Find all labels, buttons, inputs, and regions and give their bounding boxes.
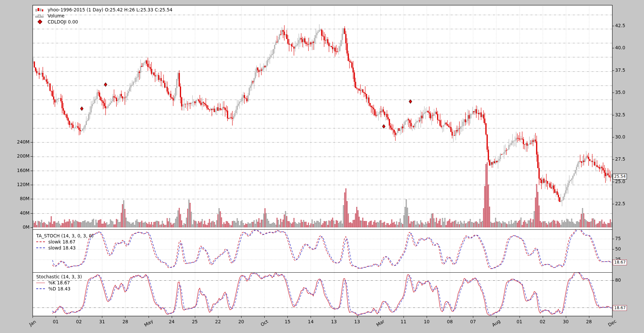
last-price-tag: 25.54 bbox=[613, 174, 627, 179]
stochastic-legend: Stochastic (14, 3, 3) %K 18.67 %D 18.43 bbox=[35, 274, 82, 292]
stoch-tick-label: 80 bbox=[615, 277, 621, 283]
price-tick-label: 42.5 bbox=[615, 23, 625, 28]
ta-stoch-legend: TA_STOCH (14, 3, 0, 3, 0) slowk 18.67 sl… bbox=[35, 233, 94, 251]
x-tick-label: 28 bbox=[579, 319, 599, 324]
volume-tick-label: 0M bbox=[0, 224, 30, 230]
candlestick-icon bbox=[34, 8, 46, 12]
volume-tick-label: 160M bbox=[0, 168, 30, 173]
slowd-line-icon bbox=[35, 247, 46, 248]
x-tick-label: 20 bbox=[231, 319, 251, 324]
legend-row-k: %K 18.67 bbox=[35, 280, 82, 286]
slowk-label: slowk 18.67 bbox=[46, 239, 75, 245]
stochastic-title: Stochastic (14, 3, 3) bbox=[35, 274, 82, 280]
price-tick-label: 40.0 bbox=[615, 45, 625, 50]
volume-label: Volume bbox=[46, 13, 64, 19]
series-label: yhoo-1996-2015 (1 Day) O:25.42 H:26 L:25… bbox=[46, 7, 172, 13]
x-tick-label: 25 bbox=[185, 319, 205, 324]
legend-row-volume: Volume bbox=[34, 13, 172, 19]
x-tick-label: 01 bbox=[46, 319, 66, 324]
slowk-line-icon bbox=[35, 241, 46, 242]
x-tick-label: 02 bbox=[69, 319, 89, 324]
volume-tick-label: 80M bbox=[0, 196, 30, 201]
price-tick-label: 27.5 bbox=[615, 156, 625, 162]
volume-tick-label: 40M bbox=[0, 210, 30, 216]
cdldoji-label: CDLDOJI 0.00 bbox=[46, 19, 78, 25]
x-tick-label: 28 bbox=[115, 319, 135, 324]
main-legend: yhoo-1996-2015 (1 Day) O:25.42 H:26 L:25… bbox=[34, 7, 172, 25]
price-tick-label: 30.0 bbox=[615, 134, 625, 140]
legend-row-series: yhoo-1996-2015 (1 Day) O:25.42 H:26 L:25… bbox=[34, 7, 172, 13]
chart-figure: yhoo-1996-2015 (1 Day) O:25.42 H:26 L:25… bbox=[0, 0, 644, 333]
percent-d-label: %D 18.43 bbox=[46, 286, 70, 292]
stoch-tick-label: 50 bbox=[615, 246, 621, 252]
x-tick-label: 24 bbox=[162, 319, 182, 324]
volume-bars-icon bbox=[34, 14, 46, 18]
percent-d-line-icon bbox=[35, 288, 46, 289]
percent-k-value-tag: 18.67 bbox=[613, 305, 627, 311]
doji-diamond-icon bbox=[34, 20, 46, 23]
x-tick-label: 02 bbox=[533, 319, 553, 324]
legend-row-cdldoji: CDLDOJI 0.00 bbox=[34, 19, 172, 25]
slowk-value-tag: 18.67 bbox=[613, 260, 627, 265]
chart-canvas bbox=[0, 0, 644, 333]
x-tick-label: 11 bbox=[393, 319, 414, 324]
volume-tick-label: 200M bbox=[0, 153, 30, 159]
price-tick-label: 25.0 bbox=[615, 179, 625, 184]
x-tick-label: 13 bbox=[347, 319, 367, 324]
x-tick-label: 01 bbox=[509, 319, 530, 324]
x-tick-label: 22 bbox=[208, 319, 228, 324]
volume-tick-label: 120M bbox=[0, 182, 30, 187]
stoch-tick-label: 75 bbox=[615, 236, 621, 241]
legend-row-slowk: slowk 18.67 bbox=[35, 239, 94, 245]
volume-tick-label: 240M bbox=[0, 139, 30, 145]
legend-row-slowd: slowd 18.43 bbox=[35, 245, 94, 251]
price-tick-label: 32.5 bbox=[615, 112, 625, 117]
price-tick-label: 22.5 bbox=[615, 201, 625, 206]
price-tick-label: 35.0 bbox=[615, 90, 625, 95]
x-tick-label: 10 bbox=[417, 319, 437, 324]
x-tick-label: 31 bbox=[92, 319, 112, 324]
ta-stoch-title: TA_STOCH (14, 3, 0, 3, 0) bbox=[35, 233, 94, 239]
percent-k-label: %K 18.67 bbox=[46, 280, 70, 286]
legend-row-d: %D 18.43 bbox=[35, 286, 82, 292]
x-tick-label: 13 bbox=[324, 319, 344, 324]
slowd-label: slowd 18.43 bbox=[46, 245, 76, 251]
x-tick-label: 14 bbox=[301, 319, 321, 324]
x-tick-label: 30 bbox=[556, 319, 576, 324]
x-tick-label: 07 bbox=[463, 319, 483, 324]
percent-k-line-icon bbox=[35, 283, 46, 283]
x-tick-label: 15 bbox=[277, 319, 298, 324]
price-tick-label: 37.5 bbox=[615, 67, 625, 73]
x-tick-label: 08 bbox=[440, 319, 460, 324]
